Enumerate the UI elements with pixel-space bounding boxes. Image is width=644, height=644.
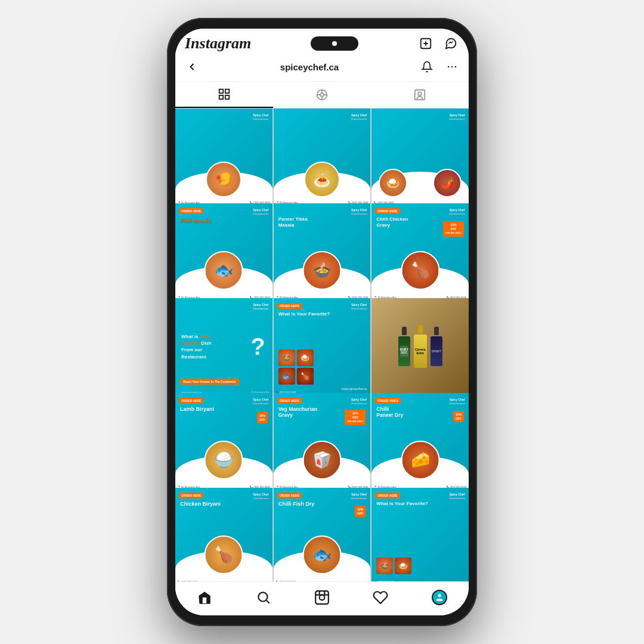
tab-reels[interactable] [273,82,371,108]
svg-rect-9 [225,95,229,99]
order-here-4: ORDER HERE [179,208,203,214]
svg-point-17 [418,92,422,95]
spicy-logo-12: Spicy ChefCharlottetown [449,398,465,405]
profile-username: spiceychef.ca [280,62,339,72]
post-5-title: Paneer TikkaMasala [278,216,308,228]
spicy-logo-15: Spicy ChefCharlottetown [449,493,465,500]
nav-home-button[interactable] [195,588,214,607]
spicy-logo-13: Spicy ChefCharlottetown [253,493,269,500]
discount-14: 10%OFF [355,506,366,517]
svg-rect-7 [225,89,229,93]
post-11[interactable]: ORDER HERE Spicy ChefCharlottetown Veg M… [274,393,371,490]
post-12[interactable]: ORDER VIBES Spicy ChefCharlottetown Chil… [371,393,469,490]
svg-point-21 [320,595,325,600]
more-button[interactable] [444,58,460,75]
nav-search-button[interactable] [254,588,273,607]
order-here-13: ORDER HERE [179,493,203,499]
add-post-button[interactable] [417,35,434,52]
share-answer-btn[interactable]: Share Your Answer In The Comments [180,379,239,385]
post-4-title: Fish Masala [180,218,210,224]
spicy-logo-8: Spicy ChefCharlottetown [351,303,367,310]
pill-dot [332,41,337,46]
nav-profile-button[interactable] [430,588,449,607]
post-6-title: Chilli ChickenGravy [376,216,408,228]
nav-reels-button[interactable] [312,588,332,607]
order-here-12: ORDER VIBES [375,398,400,404]
phone-frame: Instagram [167,18,477,626]
post-3[interactable]: 🍛 🌶️ Spicy ChefCharlottetown 📞 (902) 892… [371,109,469,206]
discount-10: 10%OFF [257,412,268,423]
order-here-10: ORDER HERE [179,398,203,404]
notification-button[interactable] [419,58,435,75]
profile-tabs [175,82,469,109]
post-12-title: ChilliPaneer Dry [376,406,403,418]
nav-heart-button[interactable] [371,588,390,607]
order-here-8: ORDER HERE [277,303,302,309]
phone-screen: Instagram [175,29,469,615]
spicy-logo-7: Spicy ChefCharlottetown [253,303,269,310]
post-10[interactable]: ORDER HERE Spicy ChefCharlottetown Lamb … [175,393,273,490]
question-mark-icon: ? [250,333,265,360]
discount-11: 10%OFFONLINE ONLY [345,410,366,425]
spicy-logo-4: Spicy ChefCharlottetown [253,208,269,215]
post-11-title: Veg ManchurianGravy [278,406,317,418]
svg-point-18 [258,592,267,601]
post-7-text: What is Your Favorite Dish From our Rest… [181,333,212,360]
spicy-logo-3: Spicy ChefCharlottetown [449,113,465,120]
post-14[interactable]: ORDER HERE Spicy ChefCharlottetown Chill… [274,488,371,581]
svg-rect-8 [219,95,223,99]
post-10-title: Lamb Biryani [180,406,214,413]
spicy-logo-5: Spicy ChefCharlottetown [351,208,367,215]
order-here-11: ORDER HERE [277,398,302,404]
back-button[interactable] [184,58,200,75]
post-8[interactable]: ORDER HERE Spicy ChefCharlottetown What … [274,298,371,395]
svg-point-25 [438,594,441,597]
order-here-14: ORDER HERE [277,493,302,499]
svg-point-5 [455,66,457,68]
svg-point-11 [320,93,324,97]
spicy-logo-1: Spicy ChefCharlottetown [253,113,269,120]
dynamic-island [311,36,358,51]
svg-point-3 [448,66,450,68]
post-14-title: Chilli Fish Dry [278,501,315,507]
post-6[interactable]: ORDER HERE Spicy ChefCharlottetown Chill… [371,203,469,301]
post-15-title: What is Your Favorite? [376,501,428,507]
post-4[interactable]: ORDER HERE Spicy ChefCharlottetown Fish … [175,203,273,301]
profile-header: spiceychef.ca [175,56,469,82]
spicy-logo-10: Spicy ChefCharlottetown [253,398,269,405]
post-8-title: What is Your Favorite? [278,311,330,317]
post-9[interactable]: RUBYSOC CoronaExtra SPIRIT [371,298,469,395]
svg-line-19 [267,600,270,603]
svg-rect-6 [219,89,223,93]
messenger-button[interactable] [442,35,459,52]
order-here-15: ORDER HERE [375,493,400,499]
discount-12: 10%OFF [453,411,464,422]
spicy-logo-6: Spicy ChefCharlottetown [449,208,465,215]
posts-grid: 🍤 Spicy ChefCharlottetown 📍 85 Belvedere… [175,109,469,581]
top-right-icons [417,35,459,52]
spicy-logo-14: Spicy ChefCharlottetown [351,493,367,500]
post-5[interactable]: Spicy ChefCharlottetown Paneer TikkaMasa… [274,203,371,301]
post-7[interactable]: Spicy ChefCharlottetown What is Your Fav… [175,298,273,395]
instagram-top-bar: Instagram [175,29,469,56]
spicy-logo-11: Spicy ChefCharlottetown [351,398,367,405]
bottom-nav [175,581,469,615]
order-here-6: ORDER HERE [375,208,400,214]
post-13[interactable]: ORDER HERE Spicy ChefCharlottetown Chick… [175,488,273,581]
post-2[interactable]: 🍝 Spicy ChefCharlottetown 📍 85 Belvedere… [274,109,371,206]
discount-6: 10%OFFONLINE ONLY [443,221,464,237]
instagram-logo: Instagram [185,35,251,52]
svg-point-4 [451,66,453,68]
profile-nav-icons [419,58,460,75]
tab-tagged[interactable] [371,82,469,108]
tab-grid[interactable] [175,82,273,108]
post-15[interactable]: ORDER HERE Spicy ChefCharlottetown What … [371,488,469,581]
post-1[interactable]: 🍤 Spicy ChefCharlottetown 📍 85 Belvedere… [175,109,273,206]
profile-nav: spiceychef.ca [184,58,460,75]
post-13-title: Chicken Biryani [180,501,221,507]
spicy-logo-2: Spicy ChefCharlottetown [351,113,367,120]
svg-rect-20 [315,591,329,604]
